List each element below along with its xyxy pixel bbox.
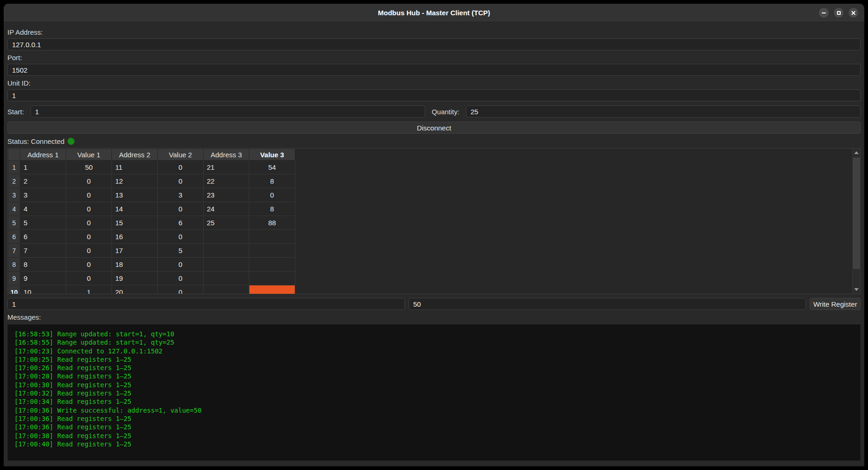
table-cell[interactable] [249, 244, 295, 258]
row-header[interactable]: 1 [8, 161, 20, 174]
table-cell[interactable]: 18 [112, 258, 158, 272]
table-cell[interactable]: 0 [66, 188, 112, 202]
column-header[interactable]: Address 1 [20, 149, 66, 161]
table-cell[interactable]: 0 [158, 161, 204, 174]
table-cell[interactable]: 88 [249, 216, 295, 230]
table-row: 5501562588 [8, 216, 295, 230]
table-cell[interactable]: 0 [66, 272, 112, 285]
quantity-input[interactable] [466, 105, 861, 118]
table-cell[interactable] [204, 285, 249, 294]
row-header[interactable]: 9 [8, 272, 20, 285]
column-header[interactable]: Value 2 [158, 149, 204, 161]
row-header[interactable]: 10 [8, 285, 20, 294]
column-header[interactable]: Address 3 [204, 149, 249, 161]
table-cell[interactable]: 54 [249, 161, 295, 174]
row-header[interactable]: 6 [8, 230, 20, 244]
table-cell[interactable]: 0 [158, 174, 204, 188]
port-input[interactable] [7, 64, 861, 76]
row-header[interactable]: 4 [8, 202, 20, 216]
table-cell[interactable]: 3 [158, 188, 204, 202]
table-cell[interactable] [204, 272, 249, 285]
table-cell[interactable]: 24 [204, 202, 249, 216]
table-cell[interactable]: 23 [204, 188, 249, 202]
table-cell[interactable]: 0 [158, 230, 204, 244]
table-cell[interactable] [204, 258, 249, 272]
table-cell[interactable]: 1 [66, 285, 112, 294]
write-address-input[interactable] [7, 298, 405, 310]
minimize-button[interactable] [819, 8, 829, 18]
table-cell[interactable]: 16 [112, 230, 158, 244]
table-cell[interactable]: 0 [66, 244, 112, 258]
row-header[interactable]: 5 [8, 216, 20, 230]
ip-address-input[interactable] [7, 38, 861, 50]
table-cell[interactable]: 0 [249, 188, 295, 202]
table-cell[interactable]: 10 [20, 285, 66, 294]
table-cell[interactable] [249, 230, 295, 244]
table-cell[interactable]: 4 [20, 202, 66, 216]
unit-id-input[interactable] [7, 89, 861, 101]
table-cell[interactable]: 0 [66, 216, 112, 230]
column-header[interactable]: Value 3 [249, 149, 295, 161]
table-cell[interactable]: 2 [20, 174, 66, 188]
table-cell[interactable]: 8 [20, 258, 66, 272]
table-cell[interactable]: 0 [158, 285, 204, 294]
table-cell[interactable]: 0 [158, 272, 204, 285]
maximize-button[interactable] [834, 8, 843, 18]
row-header[interactable]: 8 [8, 258, 20, 272]
table-cell[interactable]: 50 [66, 161, 112, 174]
table-cell[interactable]: 5 [158, 244, 204, 258]
table-cell[interactable]: 22 [204, 174, 249, 188]
start-input[interactable] [31, 105, 425, 118]
table-cell[interactable]: 11 [112, 161, 158, 174]
row-header[interactable]: 3 [8, 188, 20, 202]
column-header[interactable]: Value 1 [66, 149, 112, 161]
selected-cell[interactable] [249, 285, 295, 294]
table-cell[interactable]: 8 [249, 174, 295, 188]
scrollbar-thumb[interactable] [853, 158, 860, 269]
table-cell[interactable] [249, 272, 295, 285]
registers-table-body: 1150110215422012022833013323044014024855… [8, 161, 295, 294]
table-cell[interactable]: 9 [20, 272, 66, 285]
disconnect-button[interactable]: Disconnect [7, 122, 861, 134]
messages-log[interactable]: [16:58:53] Range updated: start=1, qty=1… [7, 324, 861, 461]
row-header[interactable]: 7 [8, 244, 20, 258]
table-cell[interactable]: 15 [112, 216, 158, 230]
table-cell[interactable]: 0 [66, 258, 112, 272]
titlebar[interactable]: Modbus Hub - Master Client (TCP) [4, 4, 864, 22]
registers-table-viewport[interactable]: Address 1Value 1Address 2Value 2Address … [8, 148, 852, 294]
table-cell[interactable]: 6 [158, 216, 204, 230]
table-cell[interactable]: 0 [158, 258, 204, 272]
table-cell[interactable]: 21 [204, 161, 249, 174]
log-line: [16:58:53] Range updated: start=1, qty=1… [14, 330, 854, 338]
table-cell[interactable]: 0 [158, 202, 204, 216]
table-cell[interactable]: 7 [20, 244, 66, 258]
log-line: [17:00:23] Connected to 127.0.0.1:1502 [14, 347, 854, 355]
row-header[interactable]: 2 [8, 174, 20, 188]
table-cell[interactable]: 3 [20, 188, 66, 202]
table-cell[interactable]: 0 [66, 230, 112, 244]
table-cell[interactable]: 0 [66, 202, 112, 216]
table-cell[interactable]: 0 [66, 174, 112, 188]
table-cell[interactable]: 12 [112, 174, 158, 188]
table-cell[interactable]: 6 [20, 230, 66, 244]
table-cell[interactable]: 5 [20, 216, 66, 230]
close-button[interactable] [849, 8, 858, 18]
table-cell[interactable]: 17 [112, 244, 158, 258]
table-cell[interactable]: 14 [112, 202, 158, 216]
table-cell[interactable] [204, 230, 249, 244]
scrollbar-track[interactable] [853, 157, 860, 285]
table-cell[interactable] [204, 244, 249, 258]
column-header[interactable]: Address 2 [112, 149, 158, 161]
table-cell[interactable]: 19 [112, 272, 158, 285]
table-cell[interactable] [249, 258, 295, 272]
table-vertical-scrollbar[interactable] [852, 148, 860, 294]
write-register-button[interactable]: Write Register [810, 298, 861, 310]
table-cell[interactable]: 1 [20, 161, 66, 174]
table-cell[interactable]: 25 [204, 216, 249, 230]
table-cell[interactable]: 13 [112, 188, 158, 202]
table-cell[interactable]: 20 [112, 285, 158, 294]
scroll-up-button[interactable] [853, 148, 860, 157]
write-value-input[interactable] [409, 298, 806, 310]
scroll-down-button[interactable] [853, 285, 860, 294]
table-cell[interactable]: 8 [249, 202, 295, 216]
